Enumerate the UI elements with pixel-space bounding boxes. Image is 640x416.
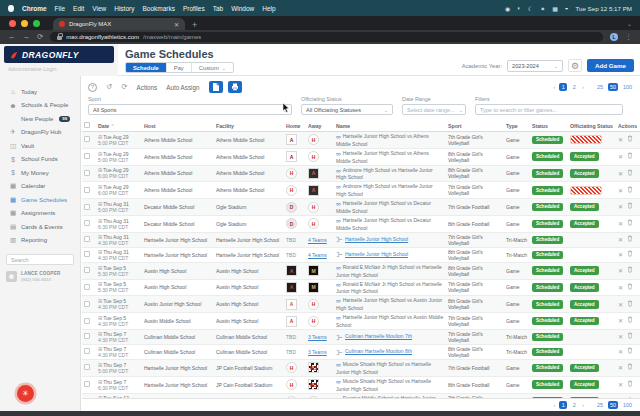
sidebar-item-calendar[interactable]: ▦Calendar [0,180,80,194]
sidebar-item-assignments[interactable]: ▦Assignments [0,207,80,221]
sidebar-item-today[interactable]: ⌂Today [0,85,80,99]
reload-button[interactable]: ⟳ [37,33,43,41]
officiating-status-badge[interactable]: Accepted [570,152,599,161]
academic-year-select[interactable]: 2023-2024 ⌄ [507,60,563,72]
back-button[interactable]: ← [8,33,16,41]
apple-icon[interactable] [8,5,14,12]
row-checkbox[interactable] [84,153,90,159]
row-checkbox[interactable] [84,348,90,354]
trash-icon[interactable] [627,186,633,193]
sidebar-item-game-schedules[interactable]: ▦Game Schedules [0,193,80,207]
remove-icon[interactable]: ✕ [618,171,623,177]
game-name-link[interactable]: Cullman Hartselle Moulton 8th [345,348,412,354]
star-icon[interactable]: ✶ [540,5,545,12]
game-name-link[interactable]: Hartselle Junior High School [345,251,408,257]
officiating-status-badge[interactable]: Accepted [570,364,599,373]
help-icon[interactable]: ? [88,83,97,92]
row-checkbox[interactable] [84,267,90,273]
officiating-status-badge[interactable]: Accepted [570,169,599,178]
half-moon-icon[interactable]: ◐ [517,5,521,12]
remove-icon[interactable]: ✕ [618,204,623,210]
trash-icon[interactable] [627,152,633,159]
row-checkbox[interactable] [84,381,90,387]
window-zoom-button[interactable] [33,20,40,27]
row-checkbox[interactable] [84,187,90,193]
next-page-button[interactable]: › [581,402,585,408]
remove-icon[interactable]: ✕ [618,349,623,355]
trash-icon[interactable] [627,250,633,257]
dragonfly-chat-button[interactable]: ✳ [17,385,34,402]
remove-icon[interactable]: ✕ [618,365,623,371]
trash-icon[interactable] [627,235,633,242]
remove-icon[interactable]: ✕ [618,221,623,227]
menu-profiles[interactable]: Profiles [183,5,205,12]
menu-help[interactable]: Help [262,5,275,12]
trash-icon[interactable] [627,347,633,354]
menu-tab[interactable]: Tab [213,5,223,12]
officiating-status-badge[interactable]: Accepted [570,220,599,229]
trash-icon[interactable] [627,380,633,387]
officiating-flashing-badge[interactable] [570,135,602,144]
actions-button[interactable]: Actions [137,84,158,91]
trash-icon[interactable] [627,135,633,142]
game-name-link[interactable]: Hartselle Junior High School [345,236,408,242]
page-2-button[interactable]: 2 [570,401,578,409]
filters-input[interactable]: Type to search or filter games... [475,104,623,115]
dot-icon[interactable]: ◒ [565,5,569,12]
remove-icon[interactable]: ✕ [618,252,623,258]
row-checkbox[interactable] [84,170,90,176]
officiating-status-badge[interactable]: Accepted [570,283,599,292]
sport-select[interactable]: All Sports⌄ [88,104,292,115]
away-teams-link[interactable]: 3 Teams [308,349,327,355]
grid-icon[interactable]: ▦ [552,5,558,12]
remove-icon[interactable]: ✕ [618,302,623,308]
away-teams-link[interactable]: 4 Teams [308,237,327,243]
page-1-button[interactable]: 1 [559,401,567,409]
moon-icon[interactable]: ☾ [528,5,533,12]
row-checkbox[interactable] [84,204,90,210]
refresh-icon[interactable]: ⟳ [121,83,127,91]
officiating-status-badge[interactable]: Accepted [570,266,599,275]
page-size-100-button[interactable]: 100 [621,401,634,409]
tab-pay[interactable]: Pay [167,63,192,72]
select-all-checkbox[interactable] [84,122,90,128]
auto-assign-button[interactable]: Auto Assign [166,84,199,91]
remove-icon[interactable]: ✕ [618,237,623,243]
away-teams-link[interactable]: 4 Teams [308,252,327,258]
page-1-button[interactable]: 1 [559,83,567,91]
row-checkbox[interactable] [84,236,90,242]
menu-bookmarks[interactable]: Bookmarks [142,5,175,12]
page-size-50-button[interactable]: 50 [608,83,618,91]
print-button[interactable] [228,81,242,93]
page-size-25-button[interactable]: 25 [595,83,605,91]
remove-icon[interactable]: ✕ [618,334,623,340]
circle-icon[interactable]: ◉ [505,5,510,12]
officiating-flashing-badge[interactable] [570,186,602,195]
officiating-status-select[interactable]: All Officiating Statuses⌄ [301,104,393,115]
remove-icon[interactable]: ✕ [618,382,623,388]
trash-icon[interactable] [627,316,633,323]
page-size-25-button[interactable]: 25 [595,401,605,409]
menu-view[interactable]: View [92,5,106,12]
trash-icon[interactable] [627,202,633,209]
remove-icon[interactable]: ✕ [618,285,623,291]
browser-profile-avatar[interactable]: L [610,33,618,41]
browser-tab[interactable]: DragonFly MAX ✕ [53,18,185,30]
page-size-50-button[interactable]: 50 [608,401,618,409]
sidebar-item-schools-people[interactable]: ☻Schools & People [0,99,80,113]
remove-icon[interactable]: ✕ [618,318,623,324]
browser-menu-icon[interactable]: ⋮ [625,33,632,41]
date-range-select[interactable]: Select date range...⌄ [402,104,466,115]
history-icon[interactable]: ↺ [106,83,112,91]
menu-history[interactable]: History [114,5,134,12]
sidebar-item-my-money[interactable]: $My Money [0,166,80,180]
officiating-status-badge[interactable]: Accepted [570,317,599,326]
dragonfly-logo[interactable]: DRAGONFLY [4,46,114,63]
away-teams-link[interactable]: 3 Teams [308,334,327,340]
remove-icon[interactable]: ✕ [618,268,623,274]
officiating-status-badge[interactable]: Accepted [570,203,599,212]
row-checkbox[interactable] [84,136,90,142]
trash-icon[interactable] [627,283,633,290]
window-close-button[interactable] [9,20,16,27]
trash-icon[interactable] [627,363,633,370]
